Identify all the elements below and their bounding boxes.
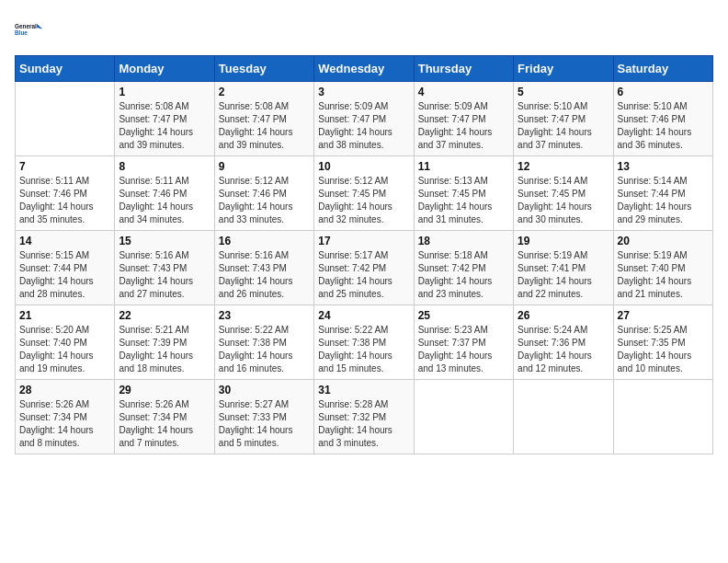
calendar-cell: 17Sunrise: 5:17 AM Sunset: 7:42 PM Dayli… [314, 231, 414, 305]
day-number: 15 [119, 235, 210, 247]
calendar-cell [16, 82, 115, 156]
day-info: Sunrise: 5:26 AM Sunset: 7:34 PM Dayligh… [119, 398, 210, 450]
calendar-cell: 24Sunrise: 5:22 AM Sunset: 7:38 PM Dayli… [314, 305, 414, 380]
day-number: 11 [418, 160, 509, 173]
day-number: 14 [19, 235, 110, 247]
calendar-cell: 2Sunrise: 5:08 AM Sunset: 7:47 PM Daylig… [214, 82, 313, 156]
calendar-week-row: 7Sunrise: 5:11 AM Sunset: 7:46 PM Daylig… [16, 156, 713, 231]
logo-icon: GeneralBlue [15, 15, 44, 44]
calendar-cell: 8Sunrise: 5:11 AM Sunset: 7:46 PM Daylig… [115, 156, 214, 231]
day-info: Sunrise: 5:21 AM Sunset: 7:39 PM Dayligh… [119, 324, 210, 375]
day-info: Sunrise: 5:22 AM Sunset: 7:38 PM Dayligh… [219, 324, 310, 375]
day-number: 20 [618, 235, 709, 247]
calendar-cell: 21Sunrise: 5:20 AM Sunset: 7:40 PM Dayli… [16, 305, 115, 380]
calendar-cell: 13Sunrise: 5:14 AM Sunset: 7:44 PM Dayli… [613, 156, 712, 231]
day-info: Sunrise: 5:18 AM Sunset: 7:42 PM Dayligh… [418, 249, 509, 301]
day-number: 27 [618, 309, 709, 322]
day-info: Sunrise: 5:20 AM Sunset: 7:40 PM Dayligh… [19, 324, 110, 375]
day-number: 25 [418, 309, 509, 322]
logo: GeneralBlue [15, 15, 44, 44]
day-info: Sunrise: 5:12 AM Sunset: 7:45 PM Dayligh… [318, 175, 409, 226]
calendar-cell: 30Sunrise: 5:27 AM Sunset: 7:33 PM Dayli… [214, 380, 313, 454]
day-info: Sunrise: 5:10 AM Sunset: 7:46 PM Dayligh… [618, 100, 709, 152]
day-info: Sunrise: 5:26 AM Sunset: 7:34 PM Dayligh… [19, 398, 110, 450]
day-number: 22 [119, 309, 210, 322]
day-info: Sunrise: 5:22 AM Sunset: 7:38 PM Dayligh… [318, 324, 409, 375]
calendar-cell: 20Sunrise: 5:19 AM Sunset: 7:40 PM Dayli… [613, 231, 712, 305]
day-info: Sunrise: 5:11 AM Sunset: 7:46 PM Dayligh… [119, 175, 210, 226]
day-info: Sunrise: 5:24 AM Sunset: 7:36 PM Dayligh… [518, 324, 609, 375]
day-number: 30 [219, 384, 310, 396]
calendar-cell: 3Sunrise: 5:09 AM Sunset: 7:47 PM Daylig… [314, 82, 414, 156]
svg-text:Blue: Blue [15, 29, 28, 36]
day-info: Sunrise: 5:09 AM Sunset: 7:47 PM Dayligh… [318, 100, 409, 152]
day-info: Sunrise: 5:08 AM Sunset: 7:47 PM Dayligh… [119, 100, 210, 152]
day-number: 8 [119, 160, 210, 173]
day-number: 23 [219, 309, 310, 322]
day-number: 4 [418, 86, 509, 98]
calendar-cell: 23Sunrise: 5:22 AM Sunset: 7:38 PM Dayli… [214, 305, 313, 380]
day-info: Sunrise: 5:10 AM Sunset: 7:47 PM Dayligh… [518, 100, 609, 152]
calendar-cell: 29Sunrise: 5:26 AM Sunset: 7:34 PM Dayli… [115, 380, 214, 454]
svg-text:General: General [15, 23, 37, 29]
day-number: 13 [618, 160, 709, 173]
calendar-cell: 26Sunrise: 5:24 AM Sunset: 7:36 PM Dayli… [514, 305, 613, 380]
day-number: 7 [19, 160, 110, 173]
day-info: Sunrise: 5:16 AM Sunset: 7:43 PM Dayligh… [119, 249, 210, 301]
day-info: Sunrise: 5:19 AM Sunset: 7:41 PM Dayligh… [518, 249, 609, 301]
day-info: Sunrise: 5:27 AM Sunset: 7:33 PM Dayligh… [219, 398, 310, 450]
day-number: 24 [318, 309, 409, 322]
header-day-wednesday: Wednesday [314, 56, 414, 82]
day-info: Sunrise: 5:16 AM Sunset: 7:43 PM Dayligh… [219, 249, 310, 301]
header: GeneralBlue [15, 15, 713, 44]
calendar-cell: 19Sunrise: 5:19 AM Sunset: 7:41 PM Dayli… [514, 231, 613, 305]
day-info: Sunrise: 5:14 AM Sunset: 7:45 PM Dayligh… [518, 175, 609, 226]
svg-marker-2 [37, 24, 42, 29]
day-info: Sunrise: 5:09 AM Sunset: 7:47 PM Dayligh… [418, 100, 509, 152]
calendar-cell: 10Sunrise: 5:12 AM Sunset: 7:45 PM Dayli… [314, 156, 414, 231]
day-number: 21 [19, 309, 110, 322]
calendar-cell [514, 380, 613, 454]
day-info: Sunrise: 5:25 AM Sunset: 7:35 PM Dayligh… [618, 324, 709, 375]
day-info: Sunrise: 5:13 AM Sunset: 7:45 PM Dayligh… [418, 175, 509, 226]
day-number: 1 [119, 86, 210, 98]
day-number: 16 [219, 235, 310, 247]
day-number: 18 [418, 235, 509, 247]
day-number: 5 [518, 86, 609, 98]
calendar-cell: 4Sunrise: 5:09 AM Sunset: 7:47 PM Daylig… [414, 82, 513, 156]
calendar-cell: 18Sunrise: 5:18 AM Sunset: 7:42 PM Dayli… [414, 231, 513, 305]
day-number: 17 [318, 235, 409, 247]
day-number: 2 [219, 86, 310, 98]
day-number: 10 [318, 160, 409, 173]
calendar-cell: 28Sunrise: 5:26 AM Sunset: 7:34 PM Dayli… [16, 380, 115, 454]
calendar-cell: 16Sunrise: 5:16 AM Sunset: 7:43 PM Dayli… [214, 231, 313, 305]
day-info: Sunrise: 5:12 AM Sunset: 7:46 PM Dayligh… [219, 175, 310, 226]
calendar-cell: 25Sunrise: 5:23 AM Sunset: 7:37 PM Dayli… [414, 305, 513, 380]
calendar-cell: 14Sunrise: 5:15 AM Sunset: 7:44 PM Dayli… [16, 231, 115, 305]
header-day-tuesday: Tuesday [214, 56, 313, 82]
day-info: Sunrise: 5:28 AM Sunset: 7:32 PM Dayligh… [318, 398, 409, 450]
header-day-sunday: Sunday [16, 56, 115, 82]
calendar-cell: 15Sunrise: 5:16 AM Sunset: 7:43 PM Dayli… [115, 231, 214, 305]
day-info: Sunrise: 5:15 AM Sunset: 7:44 PM Dayligh… [19, 249, 110, 301]
calendar-week-row: 14Sunrise: 5:15 AM Sunset: 7:44 PM Dayli… [16, 231, 713, 305]
calendar-cell: 9Sunrise: 5:12 AM Sunset: 7:46 PM Daylig… [214, 156, 313, 231]
day-number: 6 [618, 86, 709, 98]
calendar-week-row: 21Sunrise: 5:20 AM Sunset: 7:40 PM Dayli… [16, 305, 713, 380]
calendar-cell: 27Sunrise: 5:25 AM Sunset: 7:35 PM Dayli… [613, 305, 712, 380]
calendar-cell: 11Sunrise: 5:13 AM Sunset: 7:45 PM Dayli… [414, 156, 513, 231]
calendar-cell: 31Sunrise: 5:28 AM Sunset: 7:32 PM Dayli… [314, 380, 414, 454]
day-info: Sunrise: 5:08 AM Sunset: 7:47 PM Dayligh… [219, 100, 310, 152]
day-number: 12 [518, 160, 609, 173]
day-info: Sunrise: 5:19 AM Sunset: 7:40 PM Dayligh… [618, 249, 709, 301]
calendar-cell: 6Sunrise: 5:10 AM Sunset: 7:46 PM Daylig… [613, 82, 712, 156]
calendar-table: SundayMondayTuesdayWednesdayThursdayFrid… [15, 55, 713, 454]
day-info: Sunrise: 5:17 AM Sunset: 7:42 PM Dayligh… [318, 249, 409, 301]
calendar-week-row: 1Sunrise: 5:08 AM Sunset: 7:47 PM Daylig… [16, 82, 713, 156]
day-number: 9 [219, 160, 310, 173]
header-day-thursday: Thursday [414, 56, 513, 82]
header-day-friday: Friday [514, 56, 613, 82]
day-info: Sunrise: 5:23 AM Sunset: 7:37 PM Dayligh… [418, 324, 509, 375]
calendar-cell [414, 380, 513, 454]
calendar-week-row: 28Sunrise: 5:26 AM Sunset: 7:34 PM Dayli… [16, 380, 713, 454]
